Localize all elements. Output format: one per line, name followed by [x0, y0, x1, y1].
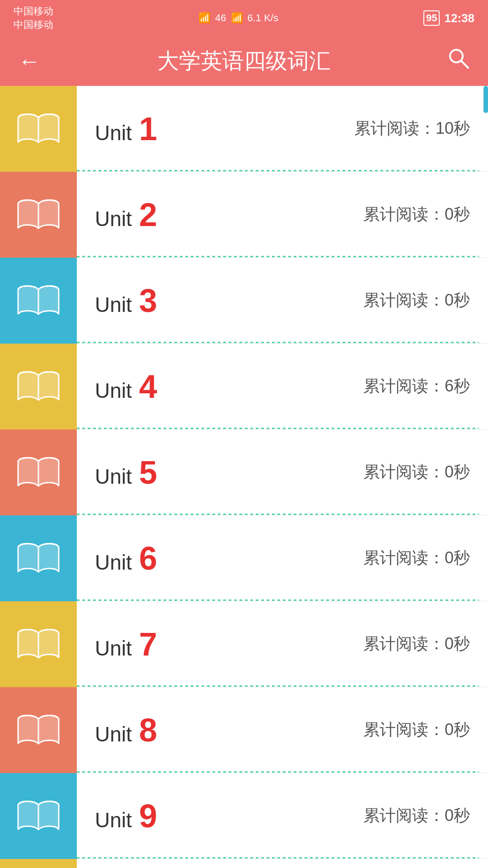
reading-label-4: 累计阅读：	[363, 377, 445, 395]
unit-item-7[interactable]: Unit 7 累计阅读：0秒	[0, 601, 488, 687]
unit-label-6: Unit 6	[95, 542, 157, 575]
unit-label-8: Unit 8	[95, 714, 157, 746]
unit-reading-8: 累计阅读：0秒	[363, 719, 470, 741]
carrier-info: 中国移动 中国移动	[14, 5, 53, 32]
unit-icon-wrapper-5	[0, 429, 77, 515]
unit-icon-wrapper-8	[0, 687, 77, 773]
unit-number-1: 1	[139, 113, 157, 145]
unit-label-4: Unit 4	[95, 370, 157, 403]
reading-value-4: 6秒	[445, 377, 470, 395]
reading-value-5: 0秒	[445, 462, 470, 481]
unit-reading-9: 累计阅读：0秒	[363, 805, 470, 827]
unit-item-4[interactable]: Unit 4 累计阅读：6秒	[0, 344, 488, 429]
unit-content-7: Unit 7 累计阅读：0秒	[77, 628, 488, 660]
unit-text-4: Unit	[95, 378, 132, 403]
unit-text-7: Unit	[95, 636, 132, 660]
unit-icon-wrapper-4	[0, 344, 77, 429]
unit-item-2[interactable]: Unit 2 累计阅读：0秒	[0, 172, 488, 258]
unit-number-5: 5	[139, 456, 157, 489]
unit-item-9[interactable]: Unit 9 累计阅读：0秒	[0, 773, 488, 859]
unit-number-8: 8	[139, 714, 157, 746]
unit-icon-wrapper-3	[0, 258, 77, 344]
unit-item-8[interactable]: Unit 8 累计阅读：0秒	[0, 687, 488, 773]
unit-content-2: Unit 2 累计阅读：0秒	[77, 198, 488, 231]
reading-value-2: 0秒	[445, 205, 470, 223]
unit-list: Unit 1 累计阅读：10秒 Unit 2 累计阅读：0秒	[0, 86, 488, 868]
reading-label-6: 累计阅读：	[363, 548, 445, 567]
status-bar: 中国移动 中国移动 📶 46 📶 6.1 K/s 95 12:38	[0, 0, 488, 36]
unit-content-3: Unit 3 累计阅读：0秒	[77, 284, 488, 317]
scrollbar[interactable]	[483, 86, 488, 113]
unit-label-9: Unit 9	[95, 800, 157, 832]
unit-text-3: Unit	[95, 292, 132, 317]
unit-reading-3: 累计阅读：0秒	[363, 289, 470, 311]
battery-level: 95	[423, 10, 440, 26]
unit-number-9: 9	[139, 800, 157, 832]
unit-text-6: Unit	[95, 550, 132, 575]
reading-value-9: 0秒	[445, 806, 470, 825]
reading-label-7: 累计阅读：	[363, 634, 445, 653]
carrier2: 中国移动	[14, 18, 53, 32]
unit-item-10[interactable]: Unit 10 累计阅读：0秒	[0, 859, 488, 868]
wifi-icon: 📶	[231, 12, 243, 24]
reading-value-8: 0秒	[445, 720, 470, 739]
unit-label-2: Unit 2	[95, 198, 157, 231]
unit-icon-wrapper-2	[0, 172, 77, 258]
unit-number-3: 3	[139, 284, 157, 317]
unit-item-6[interactable]: Unit 6 累计阅读：0秒	[0, 515, 488, 601]
unit-label-1: Unit 1	[95, 113, 157, 145]
unit-icon-wrapper-9	[0, 773, 77, 859]
unit-content-6: Unit 6 累计阅读：0秒	[77, 542, 488, 575]
signal-4g: 46	[215, 12, 226, 24]
unit-content-8: Unit 8 累计阅读：0秒	[77, 714, 488, 746]
reading-label-5: 累计阅读：	[363, 462, 445, 481]
signal-info: 📶 46 📶 6.1 K/s	[198, 12, 278, 24]
unit-reading-7: 累计阅读：0秒	[363, 633, 470, 655]
unit-reading-5: 累计阅读：0秒	[363, 461, 470, 483]
unit-text-5: Unit	[95, 464, 132, 489]
unit-number-7: 7	[139, 628, 157, 660]
unit-content-4: Unit 4 累计阅读：6秒	[77, 370, 488, 403]
back-button[interactable]: ←	[18, 48, 41, 74]
unit-content-9: Unit 9 累计阅读：0秒	[77, 800, 488, 832]
signal-icon: 📶	[198, 12, 211, 24]
unit-icon-wrapper-10	[0, 859, 77, 868]
unit-number-4: 4	[139, 370, 157, 403]
unit-item-3[interactable]: Unit 3 累计阅读：0秒	[0, 258, 488, 344]
unit-label-7: Unit 7	[95, 628, 157, 660]
unit-item-1[interactable]: Unit 1 累计阅读：10秒	[0, 86, 488, 172]
unit-icon-wrapper-6	[0, 515, 77, 601]
unit-icon-wrapper-1	[0, 86, 77, 172]
unit-text-2: Unit	[95, 207, 132, 231]
battery-time: 95 12:38	[423, 10, 474, 26]
app-header: ← 大学英语四级词汇	[0, 36, 488, 86]
unit-reading-4: 累计阅读：6秒	[363, 375, 470, 397]
unit-content-5: Unit 5 累计阅读：0秒	[77, 456, 488, 489]
unit-reading-1: 累计阅读：10秒	[354, 118, 470, 140]
clock: 12:38	[444, 11, 474, 25]
reading-label-3: 累计阅读：	[363, 291, 445, 309]
unit-number-6: 6	[139, 542, 157, 575]
unit-content-1: Unit 1 累计阅读：10秒	[77, 113, 488, 145]
reading-value-1: 10秒	[436, 119, 470, 137]
unit-reading-2: 累计阅读：0秒	[363, 203, 470, 226]
unit-label-3: Unit 3	[95, 284, 157, 317]
reading-label-9: 累计阅读：	[363, 806, 445, 825]
carrier1: 中国移动	[14, 5, 53, 18]
unit-reading-6: 累计阅读：0秒	[363, 547, 470, 569]
reading-label-8: 累计阅读：	[363, 720, 445, 739]
svg-line-1	[461, 61, 468, 68]
reading-value-3: 0秒	[445, 291, 470, 309]
reading-value-7: 0秒	[445, 634, 470, 653]
unit-text-8: Unit	[95, 722, 132, 746]
unit-label-5: Unit 5	[95, 456, 157, 489]
unit-text-9: Unit	[95, 808, 132, 832]
reading-value-6: 0秒	[445, 548, 470, 567]
unit-icon-wrapper-7	[0, 601, 77, 687]
reading-label-2: 累计阅读：	[363, 205, 445, 223]
page-title: 大学英语四级词汇	[41, 47, 447, 75]
unit-text-1: Unit	[95, 121, 132, 145]
unit-item-5[interactable]: Unit 5 累计阅读：0秒	[0, 429, 488, 515]
search-button[interactable]	[447, 47, 470, 75]
speed: 6.1 K/s	[248, 12, 278, 24]
